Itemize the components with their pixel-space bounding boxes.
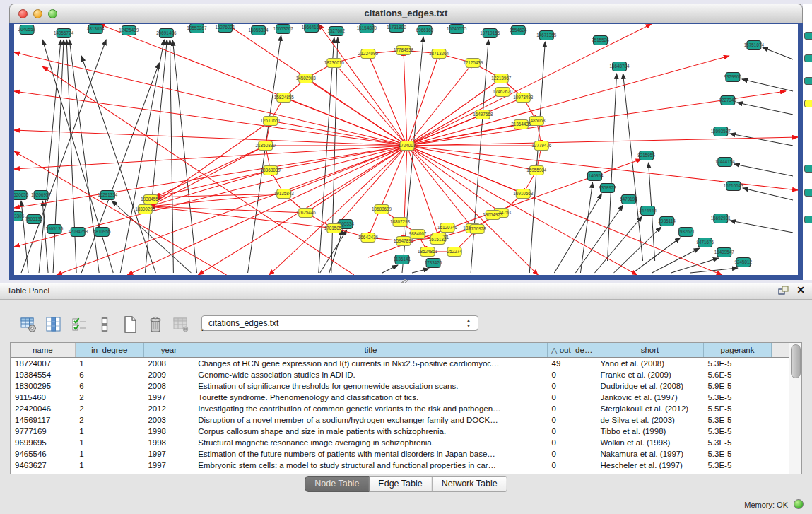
graph-edge[interactable] <box>730 221 793 233</box>
graph-edge[interactable] <box>730 134 793 146</box>
graph-node[interactable]: 9329966 <box>724 73 742 82</box>
table-cell[interactable]: Genome-wide association studies in ADHD. <box>194 369 547 380</box>
table-cell[interactable]: 0 <box>548 426 596 437</box>
network-graph-canvas[interactable]: 2040557140557248813054124254392069140610… <box>14 24 798 275</box>
table-cell[interactable]: 0 <box>548 380 596 392</box>
table-cell[interactable]: 18724007 <box>11 358 75 370</box>
table-cell[interactable]: 0 <box>548 448 596 460</box>
graph-node[interactable]: 14671355 <box>536 31 557 40</box>
graph-node[interactable]: 6479197 <box>620 195 637 204</box>
graph-node[interactable]: 12444154 <box>715 158 736 167</box>
graph-node[interactable]: 10973493 <box>513 93 534 103</box>
new-table-icon[interactable] <box>121 315 139 334</box>
table-cell[interactable]: 1 <box>75 437 143 448</box>
graph-node[interactable]: 2040557 <box>18 25 36 35</box>
table-cell[interactable]: 2009 <box>143 369 194 380</box>
graph-node[interactable]: 1140954 <box>586 172 604 181</box>
table-cell[interactable]: 5.3E-5 <box>703 392 771 403</box>
table-cell[interactable]: Wolkin et al. (1998) <box>596 437 703 448</box>
table-row[interactable]: 1872400712008Changes of HCN gene express… <box>11 358 790 370</box>
table-row[interactable]: 946554611997Estimation of the future num… <box>11 448 790 460</box>
table-cell[interactable]: 0 <box>548 460 596 471</box>
table-cell[interactable]: 2003 <box>143 414 194 426</box>
graph-edge[interactable] <box>149 121 270 206</box>
graph-edge[interactable] <box>404 50 407 146</box>
graph-edge[interactable] <box>66 40 76 273</box>
column-header-title[interactable]: title <box>194 343 547 358</box>
table-cell[interactable]: 0 <box>548 392 596 403</box>
graph-node[interactable]: 11731800 <box>387 24 406 33</box>
table-cell[interactable]: 1997 <box>143 460 194 471</box>
table-row[interactable]: 1830029562008Estimation of significance … <box>11 380 790 392</box>
table-cell[interactable]: 5.3E-5 <box>703 448 771 460</box>
graph-node[interactable]: 15246555 <box>447 25 467 34</box>
tab-edge-table[interactable]: Edge Table <box>369 476 432 492</box>
graph-node[interactable]: 12093587 <box>711 127 731 136</box>
table-cell[interactable]: 2012 <box>143 403 194 414</box>
graph-node[interactable]: 2935114 <box>659 217 676 226</box>
graph-node[interactable]: 15276021 <box>216 24 236 33</box>
graph-edge[interactable] <box>407 24 652 146</box>
table-cell[interactable]: 18300295 <box>11 380 75 392</box>
graph-node[interactable]: 1724007 <box>399 141 416 151</box>
graph-edge[interactable] <box>743 188 793 200</box>
graph-edge[interactable] <box>407 146 439 238</box>
graph-edge[interactable] <box>554 194 601 273</box>
graph-edge[interactable] <box>407 115 483 146</box>
graph-edge[interactable] <box>127 146 407 275</box>
column-header-out_de[interactable]: △ out_de… <box>548 343 596 358</box>
table-row[interactable]: 969969511998Structural magnetic resonanc… <box>11 437 790 448</box>
table-cell[interactable]: 5.3E-5 <box>703 414 771 426</box>
table-cell[interactable]: Changes of HCN gene expression and I(f) … <box>194 358 547 370</box>
graph-node[interactable]: 15824855 <box>274 93 295 103</box>
graph-node[interactable]: 7932621 <box>677 228 695 237</box>
graph-edge[interactable] <box>734 164 793 176</box>
graph-edge[interactable] <box>14 146 407 169</box>
close-panel-icon[interactable]: ✕ <box>796 284 805 296</box>
table-row[interactable]: 946362711997Embryonic stem cells: a mode… <box>11 460 790 471</box>
graph-node[interactable]: 19135843 <box>274 189 295 199</box>
graph-node[interactable]: 15955904 <box>526 166 547 175</box>
graph-node[interactable]: 15751074 <box>744 41 765 50</box>
window-titlebar[interactable]: citations_edges.txt <box>9 4 803 23</box>
table-row[interactable]: 911546021997Tourette syndrome. Phenomeno… <box>11 392 790 403</box>
graph-edge[interactable] <box>407 124 521 146</box>
table-cell[interactable]: de Silva et al. (2003) <box>596 414 703 426</box>
row-height-icon[interactable] <box>95 315 114 334</box>
graph-edge[interactable] <box>529 42 545 273</box>
table-row[interactable]: 1938455462009Genome-wide association stu… <box>11 369 790 380</box>
graph-node[interactable]: 16648784 <box>610 62 630 71</box>
graph-node[interactable]: 7905135 <box>25 215 43 224</box>
table-cell[interactable]: 6 <box>75 369 143 380</box>
graph-node[interactable]: 10688609 <box>372 205 392 214</box>
graph-node[interactable]: 16409547 <box>714 248 735 257</box>
column-header-pagerank[interactable]: pagerank <box>703 343 771 358</box>
graph-node[interactable]: 7515526 <box>592 36 609 45</box>
graph-edge[interactable] <box>42 66 354 275</box>
graph-node[interactable]: 17784938 <box>394 46 414 55</box>
table-cell[interactable]: 2 <box>75 414 143 426</box>
table-cell[interactable]: 14569117 <box>11 414 75 426</box>
graph-node[interactable]: 1527602 <box>328 27 346 36</box>
graph-node[interactable]: 17015057 <box>324 224 345 233</box>
graph-edge[interactable] <box>407 146 473 228</box>
graph-node[interactable]: 8471676 <box>696 238 714 247</box>
delete-column-icon[interactable] <box>172 315 190 334</box>
table-row[interactable]: 2242004622012Investigating the contribut… <box>11 403 790 414</box>
table-cell[interactable]: 9463627 <box>11 460 75 471</box>
zoom-window-icon[interactable] <box>48 9 57 18</box>
graph-node[interactable]: 15692931 <box>711 214 731 223</box>
table-cell[interactable]: 2 <box>75 392 143 403</box>
table-cell[interactable]: 1997 <box>143 392 194 403</box>
graph-node[interactable]: 12125439 <box>463 59 483 68</box>
graph-node[interactable]: 14055724 <box>54 29 74 38</box>
graph-node[interactable]: 17625446 <box>296 209 317 218</box>
table-cell[interactable]: 1 <box>75 460 143 471</box>
table-cell[interactable]: 1 <box>75 448 143 460</box>
graph-node[interactable]: 18524861 <box>418 247 438 257</box>
graph-node[interactable]: 9756928 <box>469 225 486 234</box>
graph-node[interactable]: 12094258 <box>68 228 88 237</box>
table-cell[interactable]: 5.3E-5 <box>703 437 771 448</box>
graph-edge[interactable] <box>319 37 334 273</box>
graph-edge[interactable] <box>737 103 793 115</box>
